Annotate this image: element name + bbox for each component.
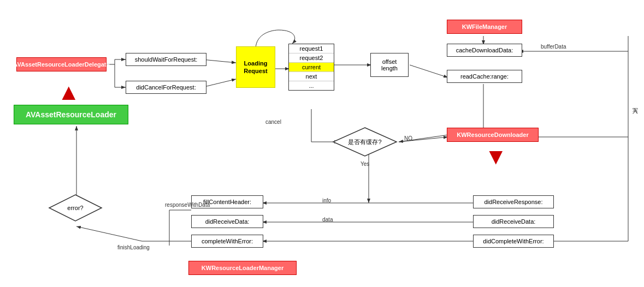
av-asset-resource-loader-delegate-box: AVAssetResourceLoaderDelegate xyxy=(16,57,107,71)
offset-length-box: offset length xyxy=(370,53,409,77)
finish-loading-label: finishLoading xyxy=(117,244,150,250)
should-wait-for-request-box: shouldWaitForRequest: xyxy=(126,53,206,66)
cancel-label: cancel xyxy=(265,119,281,125)
request1-row: request1 xyxy=(289,44,334,53)
av-asset-resource-loader-box: AVAssetResourceLoader xyxy=(14,105,128,124)
down-arrow-icon: ▼ xyxy=(485,145,507,168)
ellipsis-row: ... xyxy=(289,81,334,90)
kw-file-manager-box: KWFileManager xyxy=(447,20,522,34)
kw-resource-loader-manager-box: KWResourceLoaderManager xyxy=(188,261,297,275)
buffer-data-label: bufferData xyxy=(541,44,566,50)
read-cache-range-box: readCache:range: xyxy=(447,70,522,83)
svg-line-13 xyxy=(410,65,448,77)
loading-request-box: LoadingRequest xyxy=(236,46,275,88)
did-complete-with-error-box: didCompleteWithError: xyxy=(473,235,554,248)
request2-row: request2 xyxy=(289,53,334,63)
complete-with-error-box: completeWithError: xyxy=(191,235,263,248)
data-label: data xyxy=(322,217,333,223)
svg-line-10 xyxy=(202,79,236,87)
kw-resource-downloader-box: KWResourceDownloader xyxy=(447,128,539,142)
info-label: info xyxy=(322,198,331,204)
next-row: next xyxy=(289,72,334,81)
svg-text:是否有缓存?: 是否有缓存? xyxy=(348,139,381,145)
request-list: request1 request2 current next ... xyxy=(288,44,334,91)
did-cancel-for-request-box: didCancelForRequest: xyxy=(126,81,206,94)
up-arrow-icon: ▲ xyxy=(57,81,80,104)
svg-line-9 xyxy=(202,59,236,63)
diagram: AVAssetResourceLoaderDelegate ▲ AVAssetR… xyxy=(0,0,644,287)
did-receive-data-right-box: didReceiveData: xyxy=(473,215,554,228)
response-with-data-label: responseWithData xyxy=(165,202,210,208)
error-diamond: error? xyxy=(48,194,103,222)
did-receive-data-left-box: didReceiveData: xyxy=(191,215,263,228)
yes-label: Yes xyxy=(361,161,369,167)
did-receive-response-box: didReceiveResponse: xyxy=(473,195,554,208)
no-label: NO xyxy=(404,135,412,141)
current-row: current xyxy=(289,63,334,72)
cache-download-data-box: cacheDownloadData: xyxy=(447,44,522,57)
svg-text:error?: error? xyxy=(67,205,83,211)
svg-line-29 xyxy=(76,226,142,241)
is-cache-diamond: 是否有缓存? xyxy=(332,127,398,157)
